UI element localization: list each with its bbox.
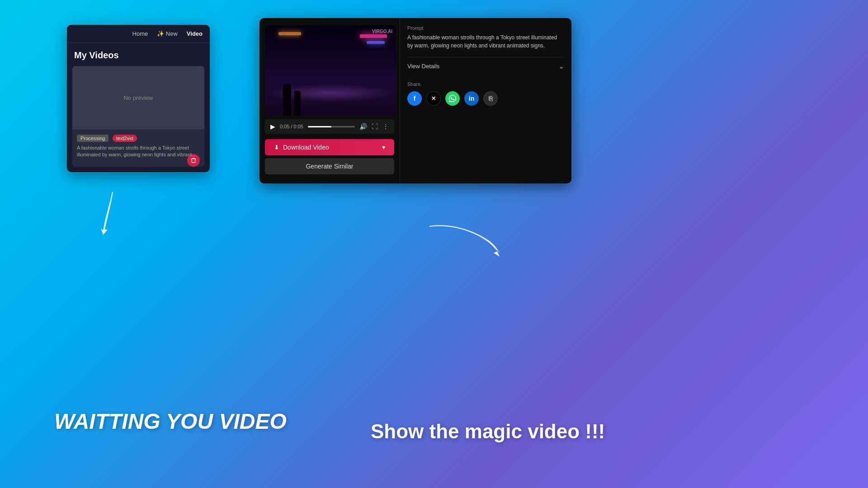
nav-new[interactable]: ✨ New (157, 30, 178, 37)
fullscreen-icon[interactable]: ⛶ (372, 123, 378, 130)
neon-light-2 (367, 41, 385, 44)
whatsapp-icon (449, 95, 456, 102)
download-label: Download Video (283, 144, 329, 151)
share-label: Share (407, 81, 564, 87)
video-card: No preview Processing text2vid A fashion… (72, 66, 204, 167)
generate-similar-button[interactable]: Generate Similar (265, 158, 394, 174)
watermark: VIRGO.AI (372, 29, 392, 34)
type-badge: text2vid (113, 135, 137, 142)
download-chevron: ▾ (382, 144, 385, 151)
play-button[interactable]: ▶ (270, 123, 275, 130)
share-facebook-button[interactable]: f (407, 91, 422, 106)
progress-fill (308, 126, 331, 127)
video-controls: ▶ 0:05 / 0:05 🔊 ⛶ ⋮ (265, 119, 394, 134)
video-description: A fashionable woman strolls through a To… (77, 145, 200, 159)
chevron-down-icon: ⌄ (558, 62, 564, 70)
copy-link-button[interactable]: ⎘ (483, 91, 498, 106)
nav-home[interactable]: Home (132, 30, 148, 37)
video-card-body: Processing text2vid A fashionable woman … (72, 129, 204, 163)
bottom-label-right: Show the magic video !!! (371, 420, 605, 443)
share-section: Share f ✕ in ⎘ (407, 75, 564, 106)
download-video-button[interactable]: ⬇ Download Video ▾ (265, 139, 394, 155)
right-panel: VIRGO.AI ▶ 0:05 / 0:05 🔊 ⛶ ⋮ ⬇ Download … (259, 18, 571, 183)
more-options-icon[interactable]: ⋮ (382, 123, 389, 130)
neon-light-1 (360, 34, 387, 38)
share-linkedin-button[interactable]: in (464, 91, 479, 106)
share-x-button[interactable]: ✕ (426, 91, 441, 106)
time-display: 0:05 / 0:05 (280, 124, 303, 129)
volume-icon[interactable]: 🔊 (359, 123, 367, 130)
view-details[interactable]: View Details ⌄ (407, 57, 564, 75)
share-whatsapp-button[interactable] (445, 91, 460, 106)
progress-bar[interactable] (308, 126, 355, 127)
video-preview: No preview (72, 66, 204, 129)
nav-video[interactable]: Video (187, 30, 203, 37)
share-icons-row: f ✕ in ⎘ (407, 91, 564, 106)
info-section: Prompt A fashionable woman strolls throu… (400, 18, 571, 183)
view-details-label: View Details (407, 63, 439, 70)
right-panel-top: VIRGO.AI ▶ 0:05 / 0:05 🔊 ⛶ ⋮ ⬇ Download … (259, 18, 571, 183)
download-icon: ⬇ (274, 144, 279, 151)
prompt-text: A fashionable woman strolls through a To… (407, 33, 564, 50)
video-thumbnail-bg: VIRGO.AI (265, 25, 396, 116)
left-panel: Home ✨ New Video My Videos No preview Pr… (67, 25, 210, 172)
my-videos-title: My Videos (67, 43, 210, 66)
no-preview-label: No preview (123, 94, 153, 101)
video-main-col: VIRGO.AI ▶ 0:05 / 0:05 🔊 ⛶ ⋮ ⬇ Download … (259, 18, 400, 183)
bottom-label-left: WAITTING YOU VIDEO (54, 409, 287, 434)
person-silhouette-2 (294, 91, 301, 116)
neon-light-3 (278, 32, 301, 35)
person-silhouette-1 (283, 84, 291, 116)
processing-badge: Processing (77, 135, 108, 142)
arrow-right (425, 217, 506, 262)
video-thumbnail-wrapper: VIRGO.AI (265, 25, 396, 116)
prompt-label: Prompt (407, 25, 564, 31)
panel-nav: Home ✨ New Video (67, 25, 210, 43)
arrow-left (99, 190, 126, 244)
